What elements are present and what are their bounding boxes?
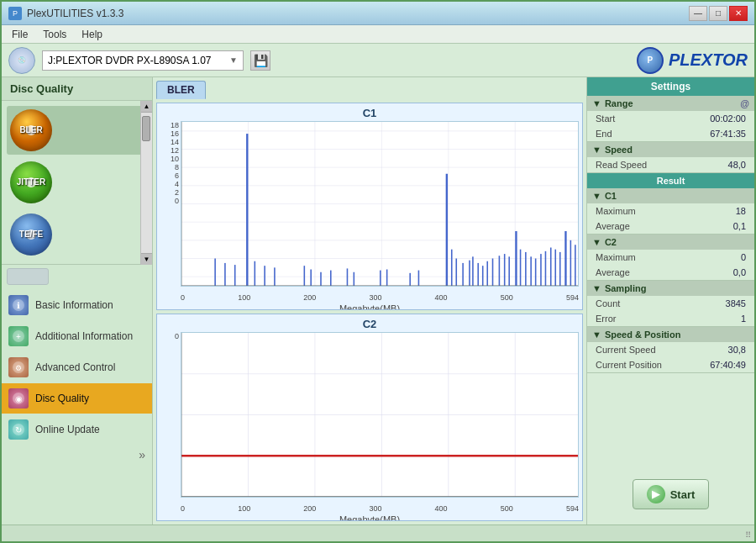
drive-select-label: J:PLEXTOR DVDR PX-L890SA 1.07: [48, 55, 212, 66]
drive-select[interactable]: J:PLEXTOR DVDR PX-L890SA 1.07 ▼: [42, 50, 244, 71]
save-button[interactable]: 💾: [250, 50, 270, 71]
settings-c2-header[interactable]: ▼ C2: [587, 235, 754, 250]
svg-rect-31: [304, 266, 306, 286]
c2-avg-value: 0,0: [733, 267, 746, 277]
c1-chart-svg: [181, 122, 578, 286]
end-label: End: [596, 129, 612, 139]
sidebar-nav: ℹ Basic Information + Additional Informa…: [2, 288, 152, 446]
sidebar-item-disc-quality[interactable]: ◉ Disc Quality: [2, 383, 152, 414]
drive-select-arrow: ▼: [229, 55, 238, 65]
menu-help[interactable]: Help: [75, 27, 109, 42]
c1-y-0: 0: [160, 197, 179, 205]
settings-c1-header[interactable]: ▼ C1: [587, 188, 754, 203]
tab-bler[interactable]: BLER: [156, 81, 206, 99]
c1-y-16: 16: [160, 129, 179, 138]
svg-text:↻: ↻: [15, 425, 22, 435]
settings-c1-max-row: Maximum 18: [587, 203, 754, 219]
sidebar-header: Disc Quality: [2, 77, 152, 101]
settings-speed-header[interactable]: ▼ Speed: [587, 142, 754, 157]
c2-x-0: 0: [181, 504, 185, 513]
svg-rect-63: [559, 252, 561, 286]
disc-thumb-extra[interactable]: [2, 265, 152, 288]
sidebar-item-basic-information[interactable]: ℹ Basic Information: [2, 290, 152, 320]
svg-rect-58: [535, 259, 537, 287]
read-speed-value: 48,0: [728, 160, 746, 170]
c2-max-value: 0: [741, 252, 746, 262]
svg-rect-49: [486, 261, 488, 286]
disc-label-bler: BLER: [19, 125, 42, 134]
close-button[interactable]: ✕: [729, 6, 748, 21]
svg-rect-65: [570, 240, 572, 286]
start-btn-container: ▶ Start: [587, 373, 754, 525]
svg-text:+: +: [16, 332, 21, 341]
scroll-up-button[interactable]: ▲: [141, 101, 152, 113]
plextor-logo-icon: P: [637, 47, 664, 74]
disc-label-tefe: TE/FE: [19, 229, 43, 239]
app-icon: P: [8, 7, 22, 20]
c2-x-100: 100: [238, 504, 250, 513]
error-value: 1: [741, 314, 746, 324]
c1-collapse-icon: ▼: [592, 191, 601, 201]
minimize-button[interactable]: —: [689, 6, 707, 21]
sidebar: Disc Quality BLER JITTER TE/FE: [2, 77, 153, 525]
menu-tools[interactable]: Tools: [36, 27, 73, 42]
settings-range-section: ▼ Range @ Start 00:02:00 End 67:41:35: [587, 96, 754, 142]
svg-rect-60: [545, 251, 547, 286]
maximize-button[interactable]: □: [709, 6, 727, 21]
count-value: 3845: [726, 298, 746, 308]
disc-thumb-tefe[interactable]: TE/FE: [7, 210, 147, 259]
svg-rect-45: [469, 261, 470, 286]
c2-collapse-icon: ▼: [592, 237, 601, 247]
c2-x-400: 400: [435, 504, 448, 513]
c2-max-label: Maximum: [596, 252, 636, 262]
c1-y-12: 12: [160, 146, 179, 155]
plextor-logo: P PLEXTOR: [637, 47, 748, 74]
settings-speed-section: ▼ Speed Read Speed 48,0: [587, 142, 754, 173]
settings-sampling-header[interactable]: ▼ Sampling: [587, 281, 754, 296]
end-value: 67:41:35: [710, 129, 746, 139]
sidebar-item-advanced-control[interactable]: ⚙ Advanced Control: [2, 352, 152, 382]
settings-c2-avg-row: Average 0,0: [587, 265, 754, 280]
chart-c2-title: C2: [157, 314, 582, 332]
settings-speedpos-header[interactable]: ▼ Speed & Position: [587, 327, 754, 342]
c1-x-594: 594: [566, 293, 579, 302]
disc-thumb-jitter[interactable]: JITTER: [7, 158, 147, 207]
svg-text:ℹ: ℹ: [17, 301, 20, 310]
svg-rect-46: [472, 256, 474, 286]
c1-y-axis: 18 16 14 12 10 8 6 4 2 0: [160, 121, 181, 205]
start-label: Start: [596, 113, 615, 124]
settings-range-header[interactable]: ▼ Range @: [587, 96, 754, 111]
sidebar-expand-button[interactable]: »: [2, 446, 152, 463]
svg-rect-55: [520, 250, 522, 286]
c1-result-label: C1: [605, 191, 617, 201]
c2-y-axis: 0: [160, 332, 181, 340]
window-title: PlexUTILITIES v1.3.3: [27, 8, 123, 19]
svg-rect-53: [508, 256, 510, 286]
chart-c1-panel: C1 18 16 14 12 10 8 6 4 2 0: [156, 103, 583, 310]
disc-thumb-bler[interactable]: BLER: [7, 106, 147, 155]
disc-quality-icon: ◉: [8, 388, 29, 409]
c2-x-594: 594: [566, 504, 579, 513]
sidebar-item-online-update[interactable]: ↻ Online Update: [2, 414, 152, 445]
main-container: Disc Quality BLER JITTER TE/FE: [2, 77, 754, 525]
scroll-down-button[interactable]: ▼: [141, 253, 152, 265]
svg-rect-30: [274, 267, 276, 286]
menu-file[interactable]: File: [5, 27, 34, 42]
chart-c1-title: C1: [157, 103, 582, 121]
c1-x-100: 100: [238, 293, 250, 302]
sidebar-item-additional-information[interactable]: + Additional Information: [2, 321, 152, 351]
svg-rect-66: [575, 245, 576, 286]
settings-count-row: Count 3845: [587, 296, 754, 311]
count-label: Count: [596, 298, 620, 308]
start-btn-label: Start: [670, 488, 696, 501]
sidebar-item-label-additional: Additional Information: [35, 330, 133, 342]
speedpos-label: Speed & Position: [605, 329, 680, 340]
title-bar: P PlexUTILITIES v1.3.3 — □ ✕: [2, 2, 754, 25]
c2-result-label: C2: [605, 237, 617, 247]
sidebar-scrollbar[interactable]: ▲ ▼: [140, 101, 152, 265]
speedpos-collapse-icon: ▼: [592, 329, 601, 340]
disc-label-jitter: JITTER: [17, 177, 45, 187]
svg-rect-41: [446, 174, 448, 286]
settings-end-row: End 67:41:35: [587, 126, 754, 141]
start-button[interactable]: ▶ Start: [633, 479, 710, 509]
